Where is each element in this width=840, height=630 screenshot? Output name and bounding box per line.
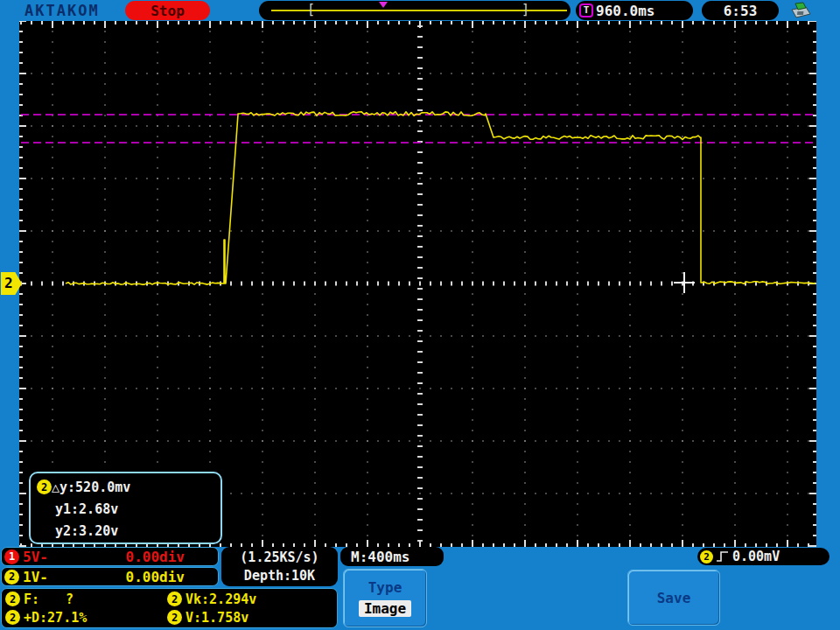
channel1-status-pill[interactable]: 1 5V- 0.00div	[1, 547, 219, 566]
channel2-scale: 1V-	[23, 569, 48, 585]
brand-logo: AKTAKOM	[24, 2, 100, 19]
meas-channel-badge: 2	[5, 610, 20, 625]
cursor-delta-value: △y:520.0mv	[52, 480, 130, 495]
measurements-panel: 2 F: ? 2 Vk:2.294v 2 +D:27.1% 2 V:1.758v	[1, 588, 338, 628]
cursor-measurement-panel: 2 △y:520.0mv y1:2.68v y2:3.20v	[29, 472, 222, 544]
trigger-level-value: 0.00mV	[732, 549, 780, 564]
window-right-bracket: ]	[522, 2, 529, 18]
waveform-display	[19, 21, 816, 547]
meas-channel-badge: 2	[5, 592, 20, 606]
window-left-bracket: [	[307, 2, 315, 18]
channel1-position: 0.00div	[126, 549, 185, 565]
scope-canvas	[19, 21, 816, 547]
rising-edge-icon	[716, 550, 730, 564]
oscilloscope-screen: AKTAKOM Stop [ ] T 960.0ms 6:53 2 2 △y:5…	[0, 0, 840, 630]
type-button[interactable]: Type Image	[343, 569, 427, 627]
cursor-y2-value: y2:3.20v	[55, 523, 118, 539]
channel-badge: 2	[37, 480, 52, 494]
acquisition-info-pill: (1.25KS/s) Depth:10K	[221, 547, 338, 586]
trigger-time-pill: T 960.0ms	[576, 1, 693, 20]
freq-value: ?	[66, 592, 74, 607]
channel1-scale: 5V-	[23, 549, 48, 565]
sample-rate: (1.25KS/s)	[240, 549, 318, 567]
memory-depth: Depth:10K	[244, 567, 315, 585]
trigger-time-value: 960.0ms	[596, 3, 654, 19]
usb-drive-icon	[788, 2, 813, 20]
duty-value: +D:27.1%	[24, 610, 87, 626]
channel1-badge: 1	[4, 550, 19, 564]
type-selected-value[interactable]: Image	[359, 600, 411, 617]
vk-value: Vk:2.294v	[186, 592, 256, 607]
meas-channel-badge: 2	[167, 592, 182, 606]
run-state-badge: Stop	[125, 1, 210, 20]
type-label: Type	[368, 579, 402, 596]
channel2-status-pill[interactable]: 2 1V- 0.00div	[1, 567, 219, 586]
channel2-position: 0.00div	[126, 569, 185, 585]
trigger-t-icon: T	[579, 4, 593, 18]
save-button[interactable]: Save	[627, 570, 720, 626]
trigger-status-pill[interactable]: 2 0.00mV	[697, 548, 830, 565]
trigger-channel-badge: 2	[700, 550, 713, 564]
freq-label: F:	[24, 592, 39, 607]
meas-channel-badge: 2	[167, 610, 182, 625]
channel2-badge: 2	[4, 570, 19, 584]
trigger-position-marker-icon	[379, 2, 388, 8]
v-value: V:1.758v	[186, 610, 248, 626]
cursor-y1-value: y1:2.68v	[55, 501, 118, 517]
clock-pill: 6:53	[702, 1, 779, 20]
trigger-position-bar: [ ]	[259, 1, 570, 20]
timebase-pill[interactable]: M:400ms	[340, 547, 444, 566]
